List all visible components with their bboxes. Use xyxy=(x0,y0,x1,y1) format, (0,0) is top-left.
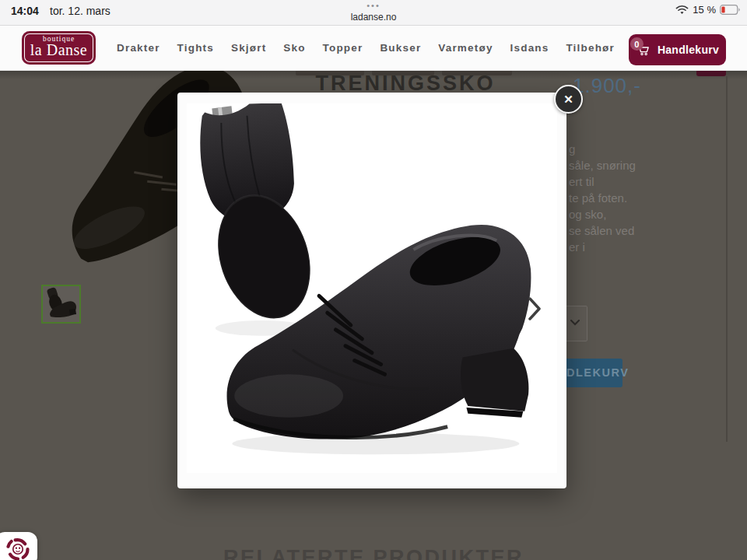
related-products-heading: RELATERTE PRODUKTER xyxy=(0,546,747,560)
add-to-cart-label: DLEKURV xyxy=(566,359,629,387)
thumbnail-image xyxy=(43,286,79,322)
menu-item-sko[interactable]: Sko xyxy=(283,42,305,54)
description-line: g xyxy=(569,141,724,157)
product-thumbnail[interactable] xyxy=(41,285,81,324)
clipped-header-element xyxy=(696,70,726,76)
menu-item-tilbehor[interactable]: Tilbehør xyxy=(566,42,615,54)
lightbox-image xyxy=(187,103,557,473)
description-line: såle, snøring xyxy=(569,157,724,173)
description-line: ert til xyxy=(569,173,724,190)
tab-overview-dots[interactable]: ••• xyxy=(0,1,747,10)
product-description: g såle, snøring ert til te på foten. og … xyxy=(569,141,724,255)
menu-item-topper[interactable]: Topper xyxy=(323,42,363,54)
battery-icon xyxy=(720,5,741,15)
address-url[interactable]: ladanse.no xyxy=(0,12,747,23)
menu-item-drakter[interactable]: Drakter xyxy=(117,42,160,54)
site-logo[interactable]: boutique la Danse xyxy=(22,31,96,65)
wifi-icon xyxy=(675,5,689,15)
menu-item-varmetoy[interactable]: Varmetøy xyxy=(438,42,493,54)
menu-item-skjort[interactable]: Skjørt xyxy=(231,42,266,54)
screen: TRENINGSSKO 1.900,- g såle, snøring ert … xyxy=(0,0,747,560)
status-bar: 14:04 tor. 12. mars ••• ladanse.no 15 % xyxy=(0,0,747,26)
image-lightbox-modal xyxy=(177,93,566,488)
close-icon[interactable]: ✕ xyxy=(554,85,583,114)
menu-item-isdans[interactable]: Isdans xyxy=(510,42,549,54)
content-column-border xyxy=(726,76,728,442)
description-line: te på foten. xyxy=(569,190,724,206)
description-line: og sko, xyxy=(569,206,724,222)
rose-logo-icon xyxy=(6,537,30,560)
product-price: 1.900,- xyxy=(573,74,641,98)
logo-text-main: la Danse xyxy=(22,41,96,59)
description-line: er i xyxy=(569,239,724,255)
cart-badge: 0 xyxy=(630,37,644,51)
cart-button[interactable]: 0 Handlekurv xyxy=(629,34,726,65)
menu-item-tights[interactable]: Tights xyxy=(177,42,214,54)
menu-item-bukser[interactable]: Bukser xyxy=(380,42,421,54)
battery-percent: 15 % xyxy=(693,4,716,16)
brand-widget[interactable] xyxy=(0,532,37,560)
description-line: se sålen ved xyxy=(569,222,724,239)
chevron-down-icon xyxy=(570,320,580,326)
cart-button-label: Handlekurv xyxy=(658,44,719,56)
nav-bar: boutique la Danse Drakter Tights Skjørt … xyxy=(0,25,747,71)
main-menu: Drakter Tights Skjørt Sko Topper Bukser … xyxy=(117,25,615,70)
next-image-arrow-icon[interactable] xyxy=(528,297,542,320)
